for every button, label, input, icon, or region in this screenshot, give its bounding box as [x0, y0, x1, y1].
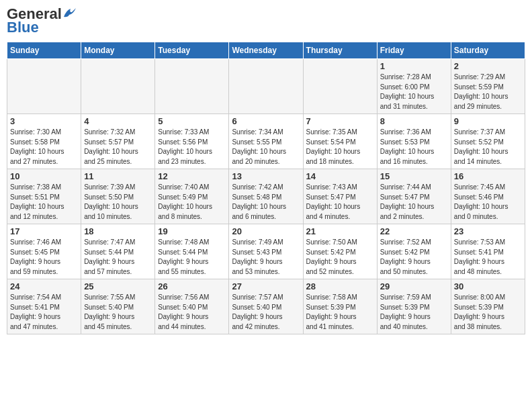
calendar-cell: 23Sunrise: 7:53 AMSunset: 5:41 PMDayligh…	[451, 224, 525, 279]
day-info: Sunrise: 7:54 AMSunset: 5:41 PMDaylight:…	[10, 293, 78, 332]
calendar-cell	[229, 59, 303, 114]
day-number: 18	[84, 226, 152, 236]
day-info: Sunrise: 8:00 AMSunset: 5:39 PMDaylight:…	[454, 293, 522, 332]
calendar-cell: 27Sunrise: 7:57 AMSunset: 5:40 PMDayligh…	[229, 279, 303, 334]
calendar-cell: 10Sunrise: 7:38 AMSunset: 5:51 PMDayligh…	[7, 169, 81, 224]
day-info: Sunrise: 7:43 AMSunset: 5:47 PMDaylight:…	[306, 183, 374, 222]
day-number: 17	[10, 226, 78, 236]
calendar-cell	[303, 59, 377, 114]
day-info: Sunrise: 7:38 AMSunset: 5:51 PMDaylight:…	[10, 183, 78, 222]
calendar-cell: 16Sunrise: 7:45 AMSunset: 5:46 PMDayligh…	[451, 169, 525, 224]
calendar-cell: 9Sunrise: 7:37 AMSunset: 5:52 PMDaylight…	[451, 114, 525, 169]
week-row-1: 3Sunrise: 7:30 AMSunset: 5:58 PMDaylight…	[7, 114, 525, 169]
day-info: Sunrise: 7:39 AMSunset: 5:50 PMDaylight:…	[84, 183, 152, 222]
day-info: Sunrise: 7:28 AMSunset: 6:00 PMDaylight:…	[380, 73, 448, 111]
day-info: Sunrise: 7:37 AMSunset: 5:52 PMDaylight:…	[454, 128, 522, 167]
calendar-cell: 6Sunrise: 7:34 AMSunset: 5:55 PMDaylight…	[229, 114, 303, 169]
calendar-body: 1Sunrise: 7:28 AMSunset: 6:00 PMDaylight…	[7, 59, 525, 334]
day-info: Sunrise: 7:40 AMSunset: 5:49 PMDaylight:…	[158, 183, 226, 222]
day-number: 15	[380, 171, 448, 181]
day-info: Sunrise: 7:48 AMSunset: 5:44 PMDaylight:…	[158, 238, 226, 277]
day-number: 6	[232, 116, 300, 126]
day-number: 12	[158, 171, 226, 181]
day-number: 4	[84, 116, 152, 126]
column-header-sunday: Sunday	[7, 42, 81, 59]
calendar-cell: 30Sunrise: 8:00 AMSunset: 5:39 PMDayligh…	[451, 279, 525, 334]
calendar-cell	[155, 59, 229, 114]
logo-bird-icon	[62, 7, 77, 19]
day-number: 14	[306, 171, 374, 181]
week-row-4: 24Sunrise: 7:54 AMSunset: 5:41 PMDayligh…	[7, 279, 525, 334]
day-info: Sunrise: 7:29 AMSunset: 5:59 PMDaylight:…	[454, 73, 522, 111]
column-header-saturday: Saturday	[451, 42, 525, 59]
day-number: 19	[158, 226, 226, 236]
calendar-cell: 25Sunrise: 7:55 AMSunset: 5:40 PMDayligh…	[81, 279, 155, 334]
day-info: Sunrise: 7:44 AMSunset: 5:47 PMDaylight:…	[380, 183, 448, 222]
day-number: 13	[232, 171, 300, 181]
day-info: Sunrise: 7:55 AMSunset: 5:40 PMDaylight:…	[84, 293, 152, 332]
day-number: 25	[84, 281, 152, 291]
calendar-cell: 19Sunrise: 7:48 AMSunset: 5:44 PMDayligh…	[155, 224, 229, 279]
day-info: Sunrise: 7:50 AMSunset: 5:42 PMDaylight:…	[306, 238, 374, 277]
calendar-cell: 15Sunrise: 7:44 AMSunset: 5:47 PMDayligh…	[377, 169, 451, 224]
day-number: 3	[10, 116, 78, 126]
page-header: General Blue	[7, 7, 525, 36]
day-number: 7	[306, 116, 374, 126]
day-number: 11	[84, 171, 152, 181]
day-info: Sunrise: 7:59 AMSunset: 5:39 PMDaylight:…	[380, 293, 448, 332]
column-header-monday: Monday	[81, 42, 155, 59]
calendar-cell: 29Sunrise: 7:59 AMSunset: 5:39 PMDayligh…	[377, 279, 451, 334]
day-number: 1	[380, 61, 448, 71]
calendar-cell: 22Sunrise: 7:52 AMSunset: 5:42 PMDayligh…	[377, 224, 451, 279]
day-info: Sunrise: 7:36 AMSunset: 5:53 PMDaylight:…	[380, 128, 448, 167]
calendar-cell: 3Sunrise: 7:30 AMSunset: 5:58 PMDaylight…	[7, 114, 81, 169]
day-number: 29	[380, 281, 448, 291]
day-info: Sunrise: 7:42 AMSunset: 5:48 PMDaylight:…	[232, 183, 300, 222]
calendar-cell: 7Sunrise: 7:35 AMSunset: 5:54 PMDaylight…	[303, 114, 377, 169]
day-info: Sunrise: 7:45 AMSunset: 5:46 PMDaylight:…	[454, 183, 522, 222]
calendar-cell	[7, 59, 81, 114]
week-row-0: 1Sunrise: 7:28 AMSunset: 6:00 PMDaylight…	[7, 59, 525, 114]
calendar-cell: 18Sunrise: 7:47 AMSunset: 5:44 PMDayligh…	[81, 224, 155, 279]
calendar-cell: 2Sunrise: 7:29 AMSunset: 5:59 PMDaylight…	[451, 59, 525, 114]
day-info: Sunrise: 7:47 AMSunset: 5:44 PMDaylight:…	[84, 238, 152, 277]
calendar-cell: 13Sunrise: 7:42 AMSunset: 5:48 PMDayligh…	[229, 169, 303, 224]
calendar-cell	[81, 59, 155, 114]
day-number: 21	[306, 226, 374, 236]
calendar-cell: 20Sunrise: 7:49 AMSunset: 5:43 PMDayligh…	[229, 224, 303, 279]
day-info: Sunrise: 7:49 AMSunset: 5:43 PMDaylight:…	[232, 238, 300, 277]
calendar-cell: 24Sunrise: 7:54 AMSunset: 5:41 PMDayligh…	[7, 279, 81, 334]
day-number: 22	[380, 226, 448, 236]
day-info: Sunrise: 7:46 AMSunset: 5:45 PMDaylight:…	[10, 238, 78, 277]
column-header-thursday: Thursday	[303, 42, 377, 59]
day-info: Sunrise: 7:30 AMSunset: 5:58 PMDaylight:…	[10, 128, 78, 167]
calendar-table: SundayMondayTuesdayWednesdayThursdayFrid…	[7, 42, 525, 334]
calendar-cell: 17Sunrise: 7:46 AMSunset: 5:45 PMDayligh…	[7, 224, 81, 279]
calendar-cell: 28Sunrise: 7:58 AMSunset: 5:39 PMDayligh…	[303, 279, 377, 334]
day-info: Sunrise: 7:53 AMSunset: 5:41 PMDaylight:…	[454, 238, 522, 277]
day-number: 10	[10, 171, 78, 181]
week-row-2: 10Sunrise: 7:38 AMSunset: 5:51 PMDayligh…	[7, 169, 525, 224]
column-header-wednesday: Wednesday	[229, 42, 303, 59]
day-info: Sunrise: 7:56 AMSunset: 5:40 PMDaylight:…	[158, 293, 226, 332]
day-number: 5	[158, 116, 226, 126]
column-header-tuesday: Tuesday	[155, 42, 229, 59]
day-info: Sunrise: 7:57 AMSunset: 5:40 PMDaylight:…	[232, 293, 300, 332]
day-number: 26	[158, 281, 226, 291]
logo-blue: Blue	[7, 19, 39, 36]
day-info: Sunrise: 7:33 AMSunset: 5:56 PMDaylight:…	[158, 128, 226, 167]
calendar-cell: 26Sunrise: 7:56 AMSunset: 5:40 PMDayligh…	[155, 279, 229, 334]
calendar-cell: 8Sunrise: 7:36 AMSunset: 5:53 PMDaylight…	[377, 114, 451, 169]
day-info: Sunrise: 7:35 AMSunset: 5:54 PMDaylight:…	[306, 128, 374, 167]
calendar-cell: 4Sunrise: 7:32 AMSunset: 5:57 PMDaylight…	[81, 114, 155, 169]
day-info: Sunrise: 7:58 AMSunset: 5:39 PMDaylight:…	[306, 293, 374, 332]
calendar-cell: 14Sunrise: 7:43 AMSunset: 5:47 PMDayligh…	[303, 169, 377, 224]
day-info: Sunrise: 7:34 AMSunset: 5:55 PMDaylight:…	[232, 128, 300, 167]
day-number: 24	[10, 281, 78, 291]
calendar-cell: 5Sunrise: 7:33 AMSunset: 5:56 PMDaylight…	[155, 114, 229, 169]
day-number: 2	[454, 61, 522, 71]
day-number: 28	[306, 281, 374, 291]
day-info: Sunrise: 7:32 AMSunset: 5:57 PMDaylight:…	[84, 128, 152, 167]
day-number: 30	[454, 281, 522, 291]
calendar-cell: 12Sunrise: 7:40 AMSunset: 5:49 PMDayligh…	[155, 169, 229, 224]
